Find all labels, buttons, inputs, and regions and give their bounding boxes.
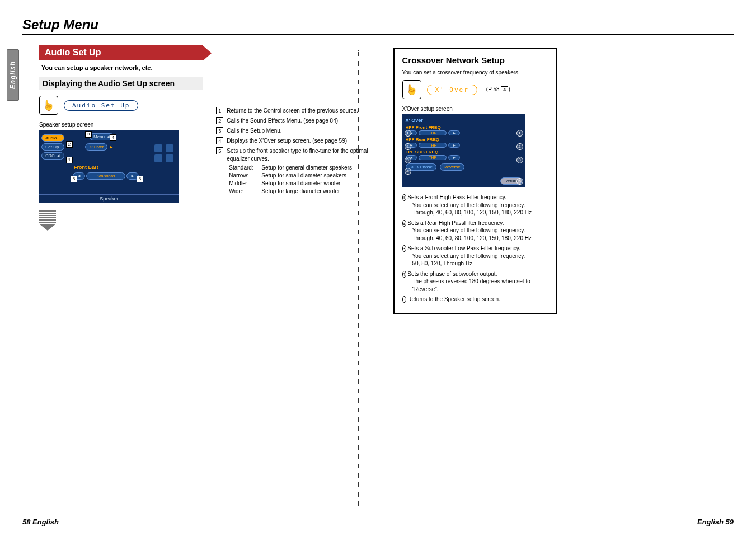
speaker-icons xyxy=(154,144,175,162)
xo-callout-1: 1 xyxy=(405,130,411,137)
callout-2: 2 xyxy=(66,141,73,148)
callout-num: 4 xyxy=(216,137,223,144)
crossover-intro: You can set a crossover frequency of spe… xyxy=(402,69,548,76)
standard-value: Standard xyxy=(86,172,125,180)
callout-num: 5 xyxy=(216,147,223,154)
tab-src: SRC ◄ xyxy=(41,152,64,160)
opt-val: Setup for small diameter woofer xyxy=(261,180,340,188)
speaker-callout-descriptions: 1Returns to the Control screen of the pr… xyxy=(216,107,379,195)
circle-title: Sets the phase of subwoofer output. xyxy=(407,271,497,277)
callout-3: 3 xyxy=(85,131,92,138)
opt-key: Narrow: xyxy=(229,172,259,180)
section-intro: You can setup a speaker network, etc. xyxy=(39,64,203,71)
circle-num: 5 xyxy=(402,296,406,303)
touch-icon: ☝ xyxy=(39,96,58,115)
speaker-screen-label: Speaker setup screen xyxy=(39,121,203,128)
audio-setup-pill: Audio Set Up xyxy=(64,100,138,111)
callout-text: Calls the Sound Effects Menu. (see page … xyxy=(227,117,338,125)
triangle-icon: ▶ xyxy=(110,145,112,149)
circle-title: Returns to the Speaker setup screen. xyxy=(407,296,500,302)
language-tab-label: English xyxy=(9,61,17,89)
column-separator xyxy=(550,50,550,509)
section-banner: Audio Set Up xyxy=(39,45,203,60)
language-tab: English xyxy=(7,49,19,101)
hpf-front-label: HPF Front FREQ xyxy=(406,125,522,130)
circle-num: 1 xyxy=(402,194,406,201)
page-ref: (P 58 4) xyxy=(486,86,510,93)
tab-audio: Audio xyxy=(41,134,64,142)
circle-num: 2 xyxy=(402,220,406,227)
xover-descriptions: 1 Sets a Front High Pass Filter frequenc… xyxy=(402,194,548,303)
circle-title: Sets a Sub woofer Low Pass Filter freque… xyxy=(407,245,520,251)
opt-val: Setup for general diameter speakers xyxy=(261,164,352,172)
touch-icon: ☝ xyxy=(402,80,421,99)
callout-5a: 5 xyxy=(71,176,77,182)
circle-desc: You can select any of the following freq… xyxy=(402,252,548,268)
callout-text: Calls the Setup Menu. xyxy=(227,127,281,135)
circle-desc: You can select any of the following freq… xyxy=(402,202,548,217)
xo-callout-1b: 1 xyxy=(516,130,523,137)
opt-key: Standard: xyxy=(229,164,259,172)
column-separator xyxy=(358,50,359,509)
callout-text: Returns to the Control screen of the pre… xyxy=(227,107,358,115)
crossover-panel: Crossover Network Setup You can set a cr… xyxy=(393,48,557,314)
xover-pill: X' Over xyxy=(427,85,477,95)
xo-callout-5: 5 xyxy=(516,178,523,185)
lpf-sub-label: LPF SUB FREQ xyxy=(406,149,522,154)
callout-num: 3 xyxy=(216,127,223,134)
page-number-left: 58 English xyxy=(22,518,59,526)
callout-text: Sets up the front speaker type to fine-t… xyxy=(227,148,368,162)
callout-num: 1 xyxy=(216,107,223,114)
page-title: Setup Menu xyxy=(22,17,734,35)
tab-setup: Set Up xyxy=(41,143,64,151)
circle-title: Sets a Rear High PassFilter frequency. xyxy=(407,220,504,226)
crossover-title: Crossover Network Setup xyxy=(402,55,548,65)
xo-callout-4: 4 xyxy=(405,168,411,175)
circle-desc: You can select any of the following freq… xyxy=(402,227,548,242)
callout-4: 4 xyxy=(110,134,116,141)
xo-callout-2: 2 xyxy=(405,143,411,150)
callout-5b: 5 xyxy=(137,176,143,182)
opt-val: Setup for large diameter woofer xyxy=(261,188,340,195)
down-arrow-icon xyxy=(39,210,62,231)
callout-1: 1 xyxy=(66,157,73,163)
column-separator xyxy=(731,50,731,509)
screen-footer: Speaker xyxy=(39,194,179,202)
opt-val: Setup for small diameter speakers xyxy=(261,172,346,180)
sub-phase-value: Reverse xyxy=(440,163,464,171)
xo-callout-3b: 3 xyxy=(516,157,523,163)
xover-button: X' Over xyxy=(85,143,107,151)
opt-key: Middle: xyxy=(229,180,259,188)
circle-num: 3 xyxy=(402,245,406,252)
speaker-setup-screenshot: Audio Set Up SRC ◄ Menu ◄ X' Over ▶ Fron… xyxy=(39,130,179,203)
circle-desc: The phase is reversed 180 degrees when s… xyxy=(402,278,548,293)
callout-num: 2 xyxy=(216,117,223,124)
callout-text: Displays the X'Over setup screen. (see p… xyxy=(227,137,347,145)
xover-screen-label: X'Over setup screen xyxy=(402,106,548,112)
opt-key: Wide: xyxy=(229,188,259,195)
xo-callout-2b: 2 xyxy=(516,143,523,150)
front-speaker-label: Front L&R xyxy=(74,165,98,170)
hpf-rear-label: HPF Rear FREQ xyxy=(406,137,522,142)
sub-heading: Displaying the Audio Set Up screen xyxy=(39,77,203,90)
xover-header: X' Over xyxy=(406,118,522,123)
xo-callout-3: 3 xyxy=(405,157,411,163)
xover-screenshot: X' Over HPF Front FREQ ◄THR► HPF Rear FR… xyxy=(402,114,525,187)
circle-title: Sets a Front High Pass Filter frequency. xyxy=(407,194,506,200)
page-number-right: English 59 xyxy=(697,518,734,526)
circle-num: 4 xyxy=(402,271,406,278)
